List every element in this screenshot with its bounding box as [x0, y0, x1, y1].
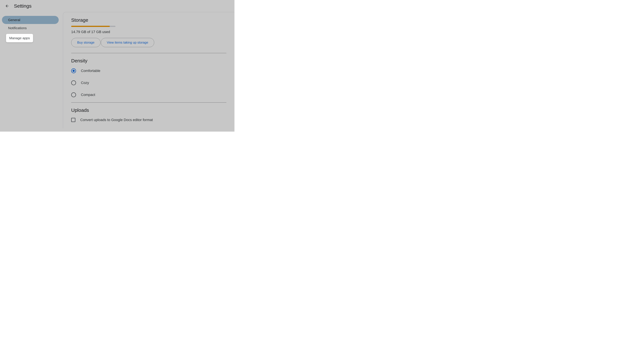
back-arrow-icon[interactable] [5, 4, 9, 8]
density-section-title: Density [71, 58, 226, 64]
radio-icon [71, 80, 76, 85]
settings-header: Settings [0, 0, 234, 12]
radio-label: Comfortable [81, 69, 100, 73]
radio-icon [71, 68, 76, 73]
tooltip-text: Manage apps [9, 36, 30, 40]
checkbox-label: Convert uploads to Google Docs editor fo… [80, 118, 153, 122]
section-divider [71, 53, 226, 53]
checkbox-icon [71, 118, 75, 122]
settings-main-panel: Storage 14.79 GB of 17 GB used Buy stora… [63, 12, 234, 129]
manage-apps-tooltip: Manage apps [6, 34, 33, 42]
uploads-section-title: Uploads [71, 107, 226, 113]
settings-sidebar: General Notifications Manage apps [2, 12, 63, 129]
buy-storage-button[interactable]: Buy storage [71, 38, 101, 47]
sidebar-item-notifications[interactable]: Notifications [2, 24, 59, 32]
radio-label: Compact [81, 93, 95, 97]
view-storage-items-button[interactable]: View items taking up storage [101, 38, 154, 47]
radio-label: Cozy [81, 81, 89, 85]
storage-section-title: Storage [71, 17, 226, 23]
section-divider [71, 102, 226, 103]
sidebar-item-general[interactable]: General [2, 16, 59, 24]
sidebar-item-label: Notifications [8, 26, 27, 30]
storage-progress-bar [71, 26, 115, 27]
convert-uploads-checkbox[interactable]: Convert uploads to Google Docs editor fo… [71, 118, 226, 122]
storage-progress-fill [71, 26, 110, 27]
density-option-comfortable[interactable]: Comfortable [71, 68, 226, 73]
sidebar-item-label: General [8, 18, 20, 22]
density-option-compact[interactable]: Compact [71, 92, 226, 97]
storage-usage-text: 14.79 GB of 17 GB used [71, 30, 226, 34]
radio-icon [71, 92, 76, 97]
density-option-cozy[interactable]: Cozy [71, 80, 226, 85]
density-radio-group: Comfortable Cozy Compact [71, 68, 226, 97]
page-title: Settings [14, 3, 31, 9]
